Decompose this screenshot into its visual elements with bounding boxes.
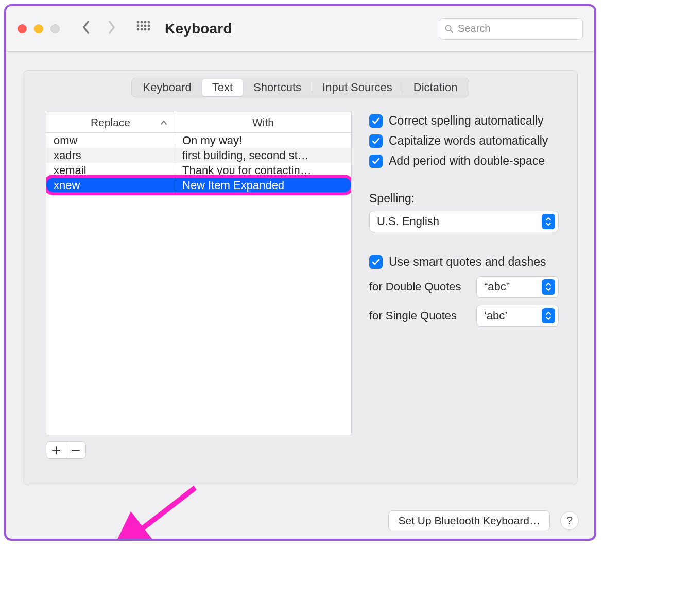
- cell-with: first building, second st…: [175, 149, 351, 162]
- preferences-window: Keyboard Keyboard Text Shortcuts Input S…: [4, 4, 596, 541]
- checkbox-smart-quotes[interactable]: Use smart quotes and dashes: [369, 255, 559, 269]
- cell-replace: xadrs: [46, 149, 175, 162]
- tab-bar: Keyboard Text Shortcuts Input Sources Di…: [131, 78, 470, 97]
- search-field[interactable]: [439, 18, 583, 40]
- svg-point-9: [141, 28, 143, 30]
- double-quotes-row: for Double Quotes “abc”: [369, 276, 559, 298]
- button-label: Set Up Bluetooth Keyboard…: [398, 515, 540, 527]
- double-quotes-label: for Double Quotes: [369, 280, 461, 294]
- replacements-column: Replace With omw On my way!: [46, 112, 352, 467]
- col-replace-label: Replace: [91, 116, 130, 129]
- single-quotes-row: for Single Quotes ‘abc’: [369, 305, 559, 327]
- titlebar: Keyboard: [6, 6, 594, 52]
- spelling-label: Spelling:: [369, 192, 559, 206]
- svg-point-10: [144, 28, 147, 30]
- plus-icon: [51, 446, 61, 455]
- svg-point-5: [141, 24, 143, 27]
- checkbox-icon: [369, 114, 383, 128]
- checkbox-label: Capitalize words automatically: [389, 134, 548, 148]
- checkbox-capitalize[interactable]: Capitalize words automatically: [369, 134, 559, 148]
- search-icon: [444, 24, 454, 34]
- tab-text[interactable]: Text: [202, 79, 243, 96]
- col-with-label: With: [252, 116, 274, 129]
- add-remove-buttons: [46, 441, 86, 459]
- close-icon[interactable]: [18, 24, 27, 33]
- cell-replace: xnew: [46, 179, 175, 192]
- spelling-select[interactable]: U.S. English: [369, 211, 559, 232]
- col-replace[interactable]: Replace: [46, 112, 175, 132]
- sort-ascending-icon: [160, 116, 167, 129]
- tab-dictation[interactable]: Dictation: [403, 79, 468, 96]
- options-column: Correct spelling automatically Capitaliz…: [369, 112, 559, 467]
- table-row[interactable]: xemail Thank you for contactin…: [46, 163, 351, 178]
- col-with[interactable]: With: [175, 112, 351, 132]
- table-header: Replace With: [46, 112, 351, 133]
- forward-button: [106, 20, 117, 38]
- checkbox-icon: [369, 255, 383, 269]
- svg-point-2: [144, 21, 147, 23]
- main-panel: Keyboard Text Shortcuts Input Sources Di…: [23, 70, 578, 485]
- select-value: U.S. English: [377, 215, 439, 228]
- minimize-icon[interactable]: [34, 24, 43, 33]
- tab-shortcuts[interactable]: Shortcuts: [243, 79, 312, 96]
- stepper-icon: [542, 308, 555, 323]
- back-button[interactable]: [80, 20, 92, 38]
- tab-input-sources[interactable]: Input Sources: [312, 79, 403, 96]
- cell-with: On my way!: [175, 134, 351, 147]
- minus-icon: [71, 446, 80, 455]
- svg-point-7: [148, 24, 150, 27]
- checkbox-label: Use smart quotes and dashes: [389, 255, 546, 269]
- svg-point-6: [144, 24, 147, 27]
- select-value: “abc”: [484, 280, 510, 294]
- show-all-icon[interactable]: [136, 20, 150, 38]
- traffic-lights: [18, 24, 60, 33]
- checkbox-label: Add period with double-space: [389, 154, 545, 168]
- cell-replace: omw: [46, 134, 175, 147]
- cell-with: Thank you for contactin…: [175, 164, 351, 177]
- checkbox-label: Correct spelling automatically: [389, 114, 543, 128]
- bluetooth-keyboard-button[interactable]: Set Up Bluetooth Keyboard…: [388, 510, 550, 531]
- svg-line-13: [451, 30, 453, 32]
- search-input[interactable]: [457, 22, 577, 35]
- checkbox-correct-spelling[interactable]: Correct spelling automatically: [369, 114, 559, 128]
- table-row[interactable]: omw On my way!: [46, 133, 351, 148]
- tab-keyboard[interactable]: Keyboard: [133, 79, 202, 96]
- content-row: Replace With omw On my way!: [46, 112, 559, 467]
- svg-point-3: [148, 21, 150, 23]
- checkbox-add-period[interactable]: Add period with double-space: [369, 154, 559, 168]
- table-row[interactable]: xadrs first building, second st…: [46, 148, 351, 163]
- replacements-table: Replace With omw On my way!: [46, 112, 352, 435]
- svg-point-4: [137, 24, 140, 27]
- zoom-icon: [50, 24, 60, 33]
- remove-button[interactable]: [66, 442, 86, 458]
- stepper-icon: [542, 279, 555, 295]
- select-value: ‘abc’: [484, 309, 507, 322]
- cell-replace: xemail: [46, 164, 175, 177]
- table-body: omw On my way! xadrs first building, sec…: [46, 133, 351, 193]
- svg-point-1: [141, 21, 143, 23]
- checkbox-icon: [369, 134, 383, 148]
- add-button[interactable]: [46, 442, 66, 458]
- stepper-icon: [542, 214, 555, 229]
- checkbox-icon: [369, 155, 383, 168]
- table-row[interactable]: xnew New Item Expanded: [46, 178, 351, 193]
- page-title: Keyboard: [165, 21, 232, 37]
- question-icon: ?: [566, 514, 573, 527]
- svg-point-0: [137, 21, 140, 23]
- svg-point-8: [137, 28, 140, 30]
- nav-arrows: [80, 20, 117, 38]
- svg-point-11: [148, 28, 150, 30]
- cell-with: New Item Expanded: [175, 179, 351, 192]
- help-button[interactable]: ?: [560, 511, 579, 530]
- single-quotes-select[interactable]: ‘abc’: [476, 305, 559, 327]
- double-quotes-select[interactable]: “abc”: [476, 276, 559, 298]
- bottom-bar: Set Up Bluetooth Keyboard… ?: [6, 503, 594, 539]
- single-quotes-label: for Single Quotes: [369, 309, 457, 322]
